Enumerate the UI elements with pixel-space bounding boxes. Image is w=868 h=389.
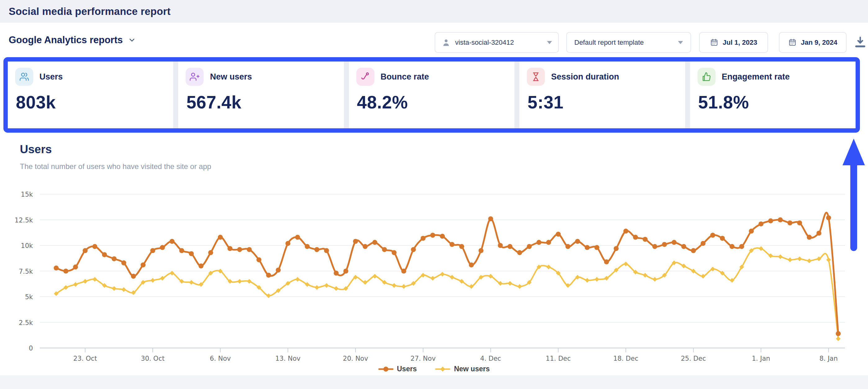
users-chart-card: Users The total number of users who have… [0,133,868,375]
calendar-icon [710,38,718,47]
legend-label: Users [397,365,417,373]
svg-text:30. Oct: 30. Oct [141,355,164,362]
caret-down-icon [547,41,552,44]
kpi-value: 51.8% [698,92,749,112]
page-title: Social media performance report [9,0,171,23]
svg-text:13. Nov: 13. Nov [275,355,301,362]
kpi-label: Users [39,68,63,86]
kpi-card-bounce-rate: Bounce rate 48.2% [349,61,515,128]
template-select[interactable]: Default report template [566,32,691,53]
kpi-card-new-users: New users 567.4k [178,61,344,128]
new-users-series-marker-icon [435,366,450,372]
chart-legend: Users New users [0,365,868,373]
download-report-button[interactable] [853,35,867,50]
kpi-highlight-box: Users 803k New users 567.4k [3,57,860,133]
user-plus-icon [189,72,200,82]
svg-text:8. Jan: 8. Jan [819,355,838,362]
download-icon [854,35,867,50]
page-header: Social media performance report [0,0,868,23]
reports-type-dropdown[interactable]: Google Analytics reports [9,23,136,57]
bounce-rate-icon [360,72,371,82]
svg-text:23. Oct: 23. Oct [73,355,97,362]
account-selected-value: vista-social-320412 [455,38,514,47]
svg-text:18. Dec: 18. Dec [614,355,639,362]
date-from-value: Jul 1, 2023 [723,38,757,47]
account-select[interactable]: vista-social-320412 [435,32,559,53]
calendar-icon [788,38,797,47]
kpi-label: New users [210,68,252,86]
caret-down-icon [678,41,683,44]
users-icon [19,72,30,82]
legend-label: New users [454,365,490,373]
users-series-marker-icon [378,366,393,372]
svg-text:4. Dec: 4. Dec [480,355,501,362]
svg-text:2.5k: 2.5k [19,319,33,327]
svg-text:20. Nov: 20. Nov [343,355,368,362]
bottom-strip [0,375,868,389]
svg-text:25. Dec: 25. Dec [681,355,706,362]
svg-text:1. Jan: 1. Jan [752,355,770,362]
kpi-label: Bounce rate [381,68,429,86]
kpi-value: 5:31 [527,92,563,112]
kpi-card-session-duration: Session duration 5:31 [519,61,685,128]
svg-text:5k: 5k [25,293,33,301]
kpi-value: 48.2% [357,92,408,112]
svg-text:11. Dec: 11. Dec [546,355,571,362]
svg-text:27. Nov: 27. Nov [410,355,436,362]
svg-text:12.5k: 12.5k [14,217,33,224]
kpi-label: Session duration [551,68,619,86]
kpi-label: Engagement rate [722,68,790,86]
toolbar: Google Analytics reports vista-social-32… [0,23,868,57]
chart-subtitle: The total number of users who have visit… [20,162,211,171]
kpi-value: 567.4k [186,92,241,112]
kpi-value: 803k [16,92,56,112]
svg-text:6. Nov: 6. Nov [210,355,231,362]
date-to-field[interactable]: Jan 9, 2024 [779,32,846,53]
svg-text:0: 0 [29,344,33,352]
kpi-card-users: Users 803k [8,61,173,128]
svg-text:7.5k: 7.5k [19,268,33,275]
report-page: Social media performance report Google A… [0,0,868,389]
svg-text:15k: 15k [21,191,33,198]
thumbs-up-icon [701,72,712,82]
template-selected-value: Default report template [574,38,644,47]
legend-item-users[interactable]: Users [378,365,417,373]
kpi-card-engagement-rate: Engagement rate 51.8% [690,61,856,128]
hourglass-icon [531,72,541,82]
date-to-value: Jan 9, 2024 [801,38,837,47]
users-line-chart[interactable]: 02.5k5k7.5k10k12.5k15k23. Oct30. Oct6. N… [0,174,868,375]
svg-text:10k: 10k [21,242,33,250]
person-icon [441,38,451,47]
legend-item-new-users[interactable]: New users [435,365,490,373]
chart-title: Users [20,143,52,156]
chevron-down-icon [128,36,136,44]
reports-type-label: Google Analytics reports [9,34,123,46]
date-from-field[interactable]: Jul 1, 2023 [699,32,768,53]
